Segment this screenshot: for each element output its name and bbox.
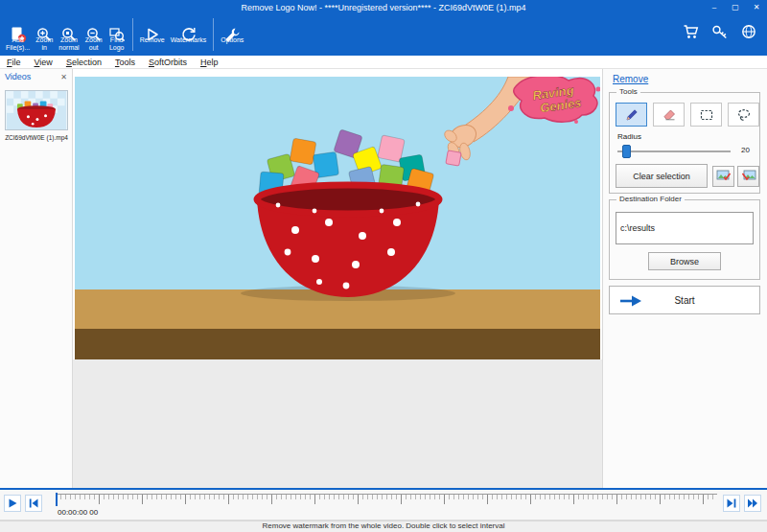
go-to-end-button[interactable] bbox=[723, 495, 740, 512]
toolbar-add-files-button[interactable]: Add File(s)... bbox=[3, 16, 33, 54]
tools-groupbox-label: Tools bbox=[616, 87, 640, 96]
status-text: Remove watermark from the whole video. D… bbox=[263, 521, 505, 530]
rectangle-select-tool-button[interactable] bbox=[690, 103, 722, 127]
destination-groupbox: Destination Folder Browse bbox=[609, 199, 760, 280]
skip-start-icon bbox=[28, 497, 39, 509]
remove-logo-now-window: Remove Logo Now! - ****Unregistered vers… bbox=[0, 0, 767, 532]
play-button[interactable] bbox=[4, 495, 21, 512]
cart-button[interactable] bbox=[683, 23, 700, 40]
status-bar: Remove watermark from the whole video. D… bbox=[0, 520, 767, 532]
toolbar-separator bbox=[213, 18, 214, 51]
videos-panel: Videos ✕ ZCI69dVt bbox=[0, 69, 73, 489]
radius-label: Radius bbox=[617, 132, 641, 141]
toolbar: Add File(s)... Zoom in Zoom normal Zoom … bbox=[0, 14, 767, 56]
toolbar-zoom-out-button[interactable]: Zoom out bbox=[82, 16, 105, 54]
toolbar-label: Zoom in bbox=[35, 36, 53, 52]
close-icon: ✕ bbox=[754, 3, 760, 12]
video-thumbnail-art bbox=[6, 91, 67, 129]
pencil-icon bbox=[624, 107, 639, 123]
eraser-icon bbox=[662, 107, 677, 123]
key-button[interactable] bbox=[711, 23, 729, 40]
apply-next-frames-button[interactable] bbox=[737, 166, 759, 187]
destination-path-input[interactable] bbox=[616, 212, 754, 244]
skip-end-icon bbox=[726, 497, 737, 509]
toolbar-label: Zoom normal bbox=[58, 36, 79, 52]
toolbar-separator bbox=[132, 18, 133, 51]
watermarks-icon bbox=[180, 18, 198, 35]
video-scene: Raving Genies bbox=[75, 77, 600, 359]
toolbar-watermarks-button[interactable]: Watermarks bbox=[168, 16, 209, 54]
maximize-button[interactable]: ▢ bbox=[725, 0, 746, 14]
radius-slider-handle[interactable] bbox=[622, 145, 631, 158]
toolbar-label: Watermarks bbox=[171, 36, 206, 44]
maximize-icon: ▢ bbox=[732, 3, 739, 12]
videos-close-button[interactable]: ✕ bbox=[60, 73, 67, 81]
menu-tools[interactable]: Tools bbox=[108, 58, 142, 67]
video-preview[interactable]: Raving Genies bbox=[75, 77, 600, 359]
menu-bar: File View Selection Tools SoftOrbits Hel… bbox=[0, 56, 767, 69]
toolbar-find-logo-button[interactable]: Find Logo bbox=[105, 16, 128, 54]
toolbar-label: Options bbox=[221, 36, 244, 44]
minimize-button[interactable]: – bbox=[704, 0, 725, 14]
radius-value: 20 bbox=[741, 146, 750, 154]
timeline-time: 00:00:00 00 bbox=[58, 508, 98, 517]
clear-selection-button[interactable]: Clear selection bbox=[616, 164, 708, 188]
title-bar: Remove Logo Now! - ****Unregistered vers… bbox=[0, 0, 767, 14]
toolbar-options-button[interactable]: Options bbox=[218, 16, 246, 54]
timeline-ruler[interactable] bbox=[56, 494, 717, 505]
remove-panel-title: Remove bbox=[613, 74, 648, 84]
lasso-select-tool-button[interactable] bbox=[728, 103, 759, 127]
clear-selection-label: Clear selection bbox=[633, 172, 690, 181]
eraser-tool-button[interactable] bbox=[653, 103, 685, 127]
toolbar-label: Zoom out bbox=[85, 36, 103, 52]
menu-file[interactable]: File bbox=[0, 58, 28, 67]
play-icon bbox=[7, 497, 18, 509]
menu-help[interactable]: Help bbox=[194, 58, 225, 67]
toolbar-label: Add File(s)... bbox=[6, 36, 30, 52]
fast-forward-button[interactable] bbox=[744, 495, 761, 512]
zoom-out-icon bbox=[85, 18, 103, 35]
video-thumbnail[interactable] bbox=[5, 90, 68, 130]
toolbar-zoom-normal-button[interactable]: Zoom normal bbox=[56, 16, 81, 54]
menu-softorbits[interactable]: SoftOrbits bbox=[142, 58, 194, 67]
apply-prev-frames-button[interactable] bbox=[712, 166, 734, 187]
minimize-icon: – bbox=[712, 3, 716, 12]
browse-button[interactable]: Browse bbox=[648, 252, 721, 270]
videos-panel-title: Videos bbox=[5, 72, 31, 81]
remove-panel: Remove Tools bbox=[602, 69, 767, 489]
video-file-name: ZCI69dVtW0E (1).mp4 bbox=[0, 134, 73, 141]
find-logo-icon bbox=[108, 18, 126, 35]
zoom-normal-icon bbox=[60, 18, 78, 35]
frames-forward-icon bbox=[740, 169, 757, 184]
pencil-tool-button[interactable] bbox=[616, 103, 647, 127]
marquee-icon bbox=[699, 107, 714, 123]
window-controls: – ▢ ✕ bbox=[704, 0, 767, 14]
toolbar-zoom-in-button[interactable]: Zoom in bbox=[33, 16, 56, 54]
tools-groupbox: Tools bbox=[609, 92, 760, 194]
below-video-area bbox=[73, 359, 602, 489]
timeline-cursor[interactable] bbox=[56, 493, 58, 506]
toolbar-right-icons bbox=[683, 23, 757, 40]
main-workspace: Raving Genies bbox=[73, 69, 602, 489]
zoom-in-icon bbox=[35, 18, 53, 35]
radius-slider-track[interactable] bbox=[617, 150, 731, 152]
start-label: Start bbox=[674, 295, 694, 306]
add-file-icon bbox=[10, 18, 27, 35]
options-wrench-icon bbox=[223, 18, 241, 35]
close-button[interactable]: ✕ bbox=[746, 0, 767, 14]
toolbar-remove-button[interactable]: Remove bbox=[137, 16, 168, 54]
timeline-bar: 00:00:00 00 bbox=[0, 490, 767, 520]
window-title: Remove Logo Now! - ****Unregistered vers… bbox=[241, 3, 525, 12]
fast-forward-icon bbox=[747, 497, 758, 509]
destination-groupbox-label: Destination Folder bbox=[616, 195, 685, 203]
start-button[interactable]: Start bbox=[609, 286, 760, 314]
globe-button[interactable] bbox=[740, 23, 757, 40]
browse-label: Browse bbox=[670, 257, 699, 266]
menu-view[interactable]: View bbox=[28, 58, 59, 67]
go-to-start-button[interactable] bbox=[25, 495, 42, 512]
menu-selection[interactable]: Selection bbox=[59, 58, 108, 67]
start-arrow-icon bbox=[619, 294, 642, 308]
frames-back-icon bbox=[715, 169, 732, 184]
toolbar-label: Remove bbox=[140, 36, 165, 44]
videos-panel-header: Videos ✕ bbox=[0, 69, 72, 83]
